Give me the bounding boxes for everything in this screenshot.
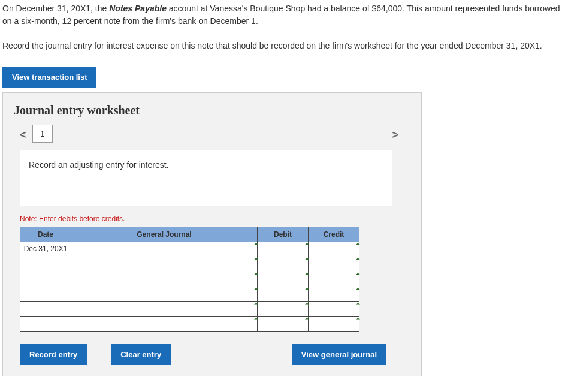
table-row	[20, 272, 359, 287]
credit-cell[interactable]	[309, 317, 359, 332]
date-cell[interactable]	[20, 317, 71, 332]
credit-cell[interactable]	[309, 302, 359, 317]
table-row	[20, 257, 359, 272]
header-credit: Credit	[309, 227, 359, 242]
table-row	[20, 287, 359, 302]
notes-payable-em: Notes Payable	[109, 4, 167, 13]
debit-cell[interactable]	[258, 257, 309, 272]
next-arrow[interactable]: >	[386, 126, 404, 144]
table-row	[20, 317, 359, 332]
credit-cell[interactable]	[309, 242, 359, 257]
debit-cell[interactable]	[258, 302, 309, 317]
general-journal-cell[interactable]	[71, 317, 258, 332]
tab-row: < 1 >	[14, 126, 410, 144]
table-row	[20, 302, 359, 317]
date-cell[interactable]	[20, 287, 71, 302]
general-journal-cell[interactable]	[71, 272, 258, 287]
header-general-journal: General Journal	[71, 227, 258, 242]
record-entry-button[interactable]: Record entry	[20, 344, 87, 365]
date-cell[interactable]: Dec 31, 20X1	[20, 242, 71, 257]
entry-hint: Record an adjusting entry for interest.	[20, 150, 392, 206]
table-row: Dec 31, 20X1	[20, 242, 359, 257]
debits-before-credits-note: Note: Enter debits before credits.	[20, 215, 410, 223]
date-cell[interactable]	[20, 257, 71, 272]
journal-worksheet-container: Journal entry worksheet < 1 > Record an …	[2, 92, 422, 376]
view-transaction-list-button[interactable]: View transaction list	[2, 67, 96, 88]
general-journal-cell[interactable]	[71, 242, 258, 257]
problem-statement: On December 31, 20X1, the Notes Payable …	[2, 2, 563, 28]
tab-1[interactable]: 1	[32, 125, 53, 143]
prev-arrow[interactable]: <	[14, 126, 32, 144]
general-journal-cell[interactable]	[71, 302, 258, 317]
clear-entry-button[interactable]: Clear entry	[111, 344, 171, 365]
debit-cell[interactable]	[258, 242, 309, 257]
debit-cell[interactable]	[258, 317, 309, 332]
credit-cell[interactable]	[309, 272, 359, 287]
header-date: Date	[20, 227, 71, 242]
debit-cell[interactable]	[258, 272, 309, 287]
general-journal-cell[interactable]	[71, 287, 258, 302]
worksheet-title: Journal entry worksheet	[14, 104, 410, 117]
problem-text-pre: On December 31, 20X1, the	[2, 4, 109, 13]
action-button-row: Record entry Clear entry View general jo…	[20, 344, 410, 365]
header-debit: Debit	[258, 227, 309, 242]
general-journal-cell[interactable]	[71, 257, 258, 272]
view-general-journal-button[interactable]: View general journal	[292, 344, 386, 365]
credit-cell[interactable]	[309, 257, 359, 272]
credit-cell[interactable]	[309, 287, 359, 302]
debit-cell[interactable]	[258, 287, 309, 302]
instruction-text: Record the journal entry for interest ex…	[2, 40, 563, 52]
date-cell[interactable]	[20, 302, 71, 317]
journal-table: Date General Journal Debit Credit Dec 31…	[20, 227, 359, 332]
date-cell[interactable]	[20, 272, 71, 287]
date-value: Dec 31, 20X1	[24, 245, 68, 253]
